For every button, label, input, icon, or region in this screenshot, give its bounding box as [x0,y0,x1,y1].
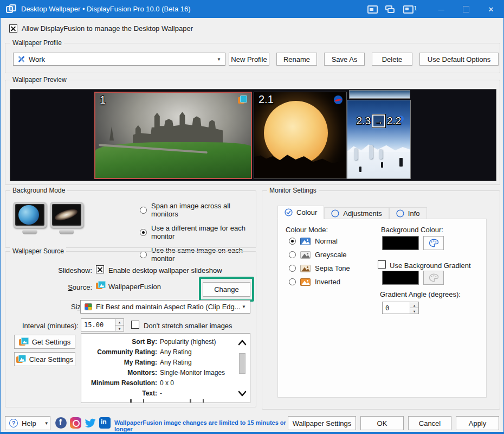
settings-row: Sort By:Popularity (highest) [83,337,234,347]
group-label: Monitor Settings [267,187,319,194]
background-colour-swatch[interactable] [382,236,419,250]
radio-icon[interactable] [140,207,147,214]
option-label: Use a different image for each monitor [151,224,256,240]
rename-button[interactable]: Rename [276,53,317,66]
twitter-icon[interactable] [85,417,96,429]
monitor-2-3-strip-preview[interactable] [349,90,410,99]
settings-row: Text:- [83,388,234,399]
monitor-2-1-preview[interactable]: 2.1 [254,92,347,179]
option-label: Span an image across all monitors [151,202,256,218]
nasa-source-icon [334,95,343,104]
radio-icon[interactable] [289,251,296,258]
scroll-up-icon[interactable] [237,338,248,348]
gradient-colour-picker-button [423,271,444,285]
palette-icon [429,273,439,282]
ok-button[interactable]: OK [360,416,404,430]
help-icon [9,419,18,427]
mode-greyscale-option[interactable]: Greyscale [289,251,347,259]
slideshow-checkbox[interactable] [96,265,104,273]
sizing-selected-value: Fit Best and maintain Aspect Ratio (Clip… [96,303,241,311]
galaxy-monitor-icon [50,202,83,234]
settings-scrollbar[interactable] [236,335,249,401]
mode-label: Greyscale [315,251,347,259]
help-label: Help [22,419,36,427]
monitor-2-2-preview[interactable]: 2.3 → 2.2 [347,100,411,179]
cascade-windows-icon[interactable] [385,5,396,14]
monitor-settings-group: Monitor Settings Colour Adjustments Info… [262,190,500,410]
facebook-icon[interactable] [55,417,67,429]
background-mode-illustration [13,202,83,234]
save-as-button[interactable]: Save As [324,53,365,66]
get-settings-button[interactable]: Get Settings [14,335,75,349]
spin-up-icon [410,302,418,308]
sizing-mode-icon [85,303,92,310]
linkedin-icon[interactable] [99,417,111,429]
clear-settings-button[interactable]: Clear Settings [14,352,75,366]
background-mode-group: Background Mode Span an image across all… [5,190,256,248]
span-image-option[interactable]: Span an image across all monitors [140,202,256,218]
sepia-image-icon [300,265,311,272]
apply-button[interactable]: Apply [456,416,499,430]
mode-sepia-option[interactable]: Sepia Tone [289,264,350,272]
wallpaperfusion-icon [19,337,29,346]
scroll-thumb[interactable] [239,353,245,374]
group-label: Wallpaper Source [10,247,66,255]
delete-button[interactable]: Delete [372,53,412,66]
close-button[interactable] [479,1,503,18]
radio-icon[interactable] [289,265,296,272]
scroll-down-icon[interactable] [237,388,248,398]
taskbar-icon[interactable] [367,5,378,14]
manage-wallpaper-checkbox[interactable] [9,24,17,33]
tab-colour[interactable]: Colour [277,206,324,219]
wallpaperfusion-notice: WallpaperFusion image changes are limite… [114,419,293,432]
background-colour-picker-button[interactable] [423,236,444,250]
radio-icon[interactable] [289,278,296,285]
use-gradient-checkbox[interactable] [378,260,386,269]
gradient-angle-spinner[interactable]: 0 [382,302,419,314]
normal-image-icon [300,238,311,245]
instagram-icon[interactable] [70,417,81,429]
spin-up-icon [115,319,124,326]
sizing-select[interactable]: Fit Best and maintain Aspect Ratio (Clip… [80,300,250,314]
dont-stretch-checkbox[interactable] [131,321,139,329]
change-source-button[interactable]: Change [203,282,250,297]
monitor-1-preview[interactable]: 1 [94,92,252,179]
mode-normal-option[interactable]: Normal [289,237,338,245]
settings-rows: Sort By:Popularity (highest) Community R… [83,337,234,403]
help-button[interactable]: Help [5,416,50,430]
cancel-button[interactable]: Cancel [408,416,451,430]
gradient-colour-swatch [382,271,419,285]
wallpaper-monitor-icon[interactable]: 1 [403,5,413,14]
gradient-angle-value: 0 [385,304,389,312]
spin-down-icon [410,308,418,314]
minimize-button[interactable] [429,1,454,18]
clipped-settings-row [105,399,224,403]
source-value: WallpaperFusion [108,283,161,291]
different-image-option[interactable]: Use a different image for each monitor [140,224,256,240]
profile-buttons: New Profile Rename Save As Delete Use De… [229,53,499,66]
new-profile-button[interactable]: New Profile [229,53,269,66]
wallpaper-settings-button[interactable]: Wallpaper Settings [288,416,356,430]
monitor-1-label: 1 [100,94,106,106]
interval-spinner[interactable]: 15.00 [81,318,124,331]
span-to-label: 2.2 [387,115,401,127]
spinner-arrows[interactable] [115,319,124,331]
spin-down-icon [115,326,124,331]
monitor-count-badge: 1 [413,5,417,11]
source-settings-list[interactable]: Sort By:Popularity (highest) Community R… [81,333,250,403]
interval-value: 15.00 [84,321,104,329]
mode-inverted-option[interactable]: Inverted [289,278,340,286]
radio-icon[interactable] [289,238,296,245]
profile-select[interactable]: Work [13,53,225,66]
manage-wallpaper-row: Allow DisplayFusion to manage the Deskto… [9,24,193,33]
span-from-label: 2.3 [357,115,371,127]
tab-label: Info [408,209,420,218]
check-circle-icon [285,208,293,216]
group-label: Wallpaper Profile [10,39,64,47]
use-default-options-button[interactable]: Use Default Options [419,53,499,66]
radio-icon[interactable] [140,229,147,236]
wallpaperfusion-icon [16,355,26,363]
tab-info[interactable]: Info [389,207,427,219]
tab-adjustments[interactable]: Adjustments [324,207,389,219]
spinner-arrows[interactable] [410,302,418,314]
